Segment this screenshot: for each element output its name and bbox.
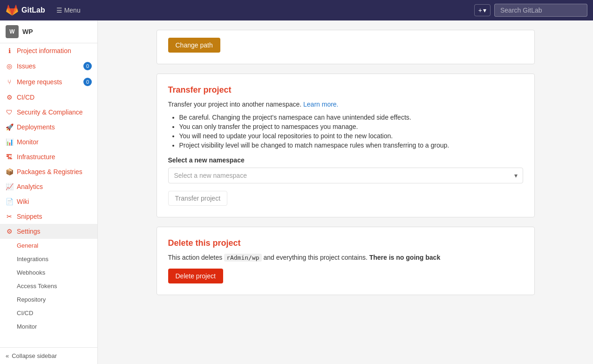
project-avatar: W bbox=[6, 25, 19, 38]
sidebar-item-label: Packages & Registries bbox=[17, 168, 82, 175]
transfer-description-text: Transfer your project into another names… bbox=[168, 101, 302, 108]
content-inner: Change path Transfer project Transfer yo… bbox=[145, 20, 546, 314]
sidebar-item-label: Monitor bbox=[17, 138, 39, 146]
sidebar: W WP ℹ Project information ◎ Issues 0 ⑂ … bbox=[0, 20, 98, 364]
navbar: GitLab ☰ Menu + ▾ bbox=[0, 0, 593, 20]
new-button[interactable]: + ▾ bbox=[474, 4, 491, 16]
info-icon: ℹ bbox=[6, 47, 13, 54]
sub-item-label: Access Tokens bbox=[17, 283, 57, 290]
sidebar-item-label: Analytics bbox=[17, 183, 43, 190]
gitlab-logo: GitLab bbox=[6, 4, 45, 17]
settings-icon: ⚙ bbox=[6, 228, 13, 235]
sidebar-item-merge-requests[interactable]: ⑂ Merge requests 0 bbox=[0, 74, 97, 90]
sidebar-item-monitor[interactable]: 📊 Monitor bbox=[0, 135, 97, 149]
analytics-icon: 📈 bbox=[6, 183, 13, 190]
transfer-project-description: Transfer your project into another names… bbox=[168, 101, 523, 108]
change-path-section: Change path bbox=[157, 30, 535, 64]
snippets-icon: ✂ bbox=[6, 213, 13, 220]
sidebar-item-project-information[interactable]: ℹ Project information bbox=[0, 43, 97, 58]
delete-desc-suffix: and everything this project contains. bbox=[263, 254, 367, 261]
sidebar-item-label: Infrastructure bbox=[17, 153, 55, 161]
chevron-left-icon: « bbox=[6, 352, 9, 359]
sidebar-item-snippets[interactable]: ✂ Snippets bbox=[0, 209, 97, 224]
transfer-project-button[interactable]: Transfer project bbox=[168, 191, 228, 206]
sub-item-label: Monitor bbox=[17, 323, 37, 330]
project-initial: W bbox=[9, 28, 14, 35]
collapse-label: Collapse sidebar bbox=[12, 352, 57, 359]
sub-item-label: Integrations bbox=[17, 256, 48, 263]
sidebar-item-label: Security & Compliance bbox=[17, 108, 83, 116]
sidebar-scroll: W WP ℹ Project information ◎ Issues 0 ⑂ … bbox=[0, 20, 97, 347]
packages-icon: 📦 bbox=[6, 168, 13, 175]
project-name: WP bbox=[22, 28, 33, 35]
project-path-code: rAdmin/wp bbox=[224, 254, 261, 262]
project-header: W WP bbox=[0, 20, 97, 43]
navbar-actions: + ▾ bbox=[474, 4, 587, 17]
search-input[interactable] bbox=[494, 4, 587, 17]
change-path-button[interactable]: Change path bbox=[168, 38, 220, 53]
sidebar-sub-item-access-tokens[interactable]: Access Tokens bbox=[0, 279, 97, 293]
sidebar-item-settings[interactable]: ⚙ Settings bbox=[0, 224, 97, 239]
issues-icon: ◎ bbox=[6, 62, 13, 70]
sidebar-item-label: Issues bbox=[17, 62, 35, 70]
no-going-back-text: There is no going back bbox=[369, 254, 440, 261]
bullet-item: You can only transfer the project to nam… bbox=[179, 123, 523, 130]
sidebar-item-label: Snippets bbox=[17, 213, 42, 220]
infrastructure-icon: 🏗 bbox=[6, 153, 13, 161]
chevron-down-icon: ▾ bbox=[483, 7, 486, 14]
sub-item-label: Webhooks bbox=[17, 269, 45, 276]
sub-item-label: Repository bbox=[17, 296, 46, 303]
menu-label: Menu bbox=[64, 7, 81, 14]
sidebar-item-label: Deployments bbox=[17, 123, 55, 131]
sidebar-item-deployments[interactable]: 🚀 Deployments bbox=[0, 120, 97, 135]
sidebar-item-label: Settings bbox=[17, 228, 41, 235]
sidebar-sub-item-integrations[interactable]: Integrations bbox=[0, 252, 97, 266]
hamburger-icon: ☰ bbox=[56, 7, 62, 14]
sidebar-item-issues[interactable]: ◎ Issues 0 bbox=[0, 58, 97, 74]
sidebar-item-ci-cd[interactable]: ⚙ CI/CD bbox=[0, 90, 97, 105]
sidebar-sub-item-monitor[interactable]: Monitor bbox=[0, 320, 97, 333]
sidebar-item-analytics[interactable]: 📈 Analytics bbox=[0, 179, 97, 194]
sidebar-sub-item-ci-cd[interactable]: CI/CD bbox=[0, 306, 97, 320]
sidebar-sub-item-repository[interactable]: Repository bbox=[0, 293, 97, 306]
mr-badge: 0 bbox=[83, 78, 92, 86]
layout: W WP ℹ Project information ◎ Issues 0 ⑂ … bbox=[0, 20, 593, 364]
monitor-icon: 📊 bbox=[6, 138, 13, 146]
delete-project-section: Delete this project This action deletes … bbox=[157, 227, 535, 295]
sub-item-label: General bbox=[17, 242, 38, 249]
sidebar-item-label: Project information bbox=[17, 47, 71, 54]
issues-badge: 0 bbox=[83, 62, 92, 70]
delete-project-title: Delete this project bbox=[168, 238, 523, 248]
deployments-icon: 🚀 bbox=[6, 123, 13, 131]
menu-button[interactable]: ☰ Menu bbox=[53, 5, 84, 16]
sub-item-label: CI/CD bbox=[17, 310, 33, 317]
sidebar-item-infrastructure[interactable]: 🏗 Infrastructure bbox=[0, 149, 97, 164]
sidebar-item-security-compliance[interactable]: 🛡 Security & Compliance bbox=[0, 105, 97, 120]
sidebar-item-packages-registries[interactable]: 📦 Packages & Registries bbox=[0, 164, 97, 179]
bullet-item: Be careful. Changing the project's names… bbox=[179, 114, 523, 121]
transfer-project-title: Transfer project bbox=[168, 85, 523, 95]
sidebar-sub-item-webhooks[interactable]: Webhooks bbox=[0, 266, 97, 279]
gitlab-wordmark: GitLab bbox=[21, 6, 45, 14]
ci-icon: ⚙ bbox=[6, 94, 13, 101]
main-content: Change path Transfer project Transfer yo… bbox=[98, 20, 593, 364]
sidebar-item-label: Merge requests bbox=[17, 78, 62, 86]
sidebar-sub-item-general[interactable]: General bbox=[0, 239, 97, 252]
shield-icon: 🛡 bbox=[6, 108, 13, 116]
learn-more-link[interactable]: Learn more. bbox=[303, 101, 338, 108]
namespace-select-wrapper: Select a new namespace ▾ bbox=[168, 168, 523, 183]
merge-icon: ⑂ bbox=[6, 78, 13, 86]
delete-project-button[interactable]: Delete project bbox=[168, 269, 223, 283]
collapse-sidebar-button[interactable]: « Collapse sidebar bbox=[0, 347, 97, 364]
transfer-project-section: Transfer project Transfer your project i… bbox=[157, 74, 535, 217]
namespace-select-label: Select a new namespace bbox=[168, 156, 523, 164]
delete-desc-prefix: This action deletes bbox=[168, 254, 223, 261]
bullet-item: Project visibility level will be changed… bbox=[179, 142, 523, 149]
sidebar-item-label: CI/CD bbox=[17, 94, 34, 101]
plus-icon: + bbox=[478, 7, 482, 14]
transfer-bullets: Be careful. Changing the project's names… bbox=[168, 114, 523, 149]
gitlab-fox-icon bbox=[6, 4, 19, 17]
bullet-item: You will need to update your local repos… bbox=[179, 132, 523, 140]
namespace-select[interactable]: Select a new namespace bbox=[168, 168, 523, 183]
sidebar-item-wiki[interactable]: 📄 Wiki bbox=[0, 194, 97, 209]
